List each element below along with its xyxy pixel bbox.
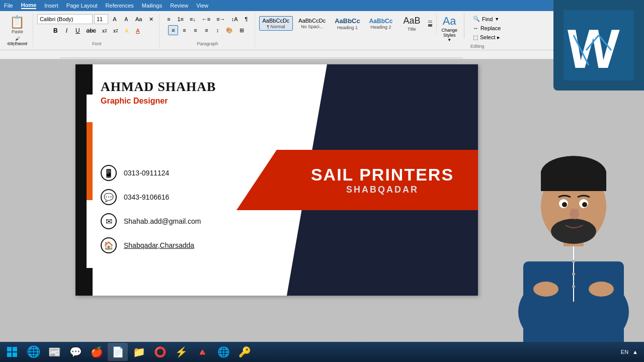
italic-button[interactable]: I (61, 26, 71, 36)
style-title[interactable]: AaB Title (398, 14, 425, 33)
text-highlight-button[interactable]: A (122, 26, 132, 36)
company-city: SHABQADAR (311, 185, 454, 195)
line-spacing-button[interactable]: ↕ (212, 25, 222, 35)
language-indicator[interactable]: EN (621, 349, 628, 355)
address-icon: 🏠 (101, 237, 117, 253)
align-right-button[interactable]: ≡ (190, 25, 200, 35)
font-selector-row: A A Aa ✕ (37, 14, 156, 24)
change-styles-button[interactable]: Aa ChangeStyles ▼ (438, 13, 461, 43)
style-heading1[interactable]: AaBbCc Heading 1 (331, 16, 364, 32)
svg-text:W: W (565, 18, 620, 79)
tab-page-layout[interactable]: Page Layout (66, 3, 98, 9)
font-grow-button[interactable]: A (110, 14, 120, 24)
superscript-button[interactable]: x2 (111, 26, 121, 36)
decrease-indent-button[interactable]: ←≡ (199, 14, 213, 24)
chrome-button[interactable]: 🌐 (23, 343, 43, 361)
svg-rect-0 (60, 51, 463, 58)
styles-more-button[interactable] (427, 20, 433, 28)
ruler-svg: /* ruler ticks done in SVG below */ (60, 51, 463, 58)
person-name: AHMAD SHAHAB (101, 79, 292, 95)
multilevel-list-button[interactable]: ≡↓ (187, 14, 198, 24)
show-formatting-button[interactable]: ¶ (242, 14, 252, 24)
chrome2-button[interactable]: 🌐 (213, 343, 233, 361)
tab-view[interactable]: View (196, 3, 208, 9)
paste-button[interactable]: 📋 Paste (10, 15, 25, 34)
align-row: ≡ ≡ ≡ ≡ ↕ 🎨 ⊞ (168, 25, 247, 35)
address-text: Shabqadar,Charsadda (124, 241, 194, 249)
font-shrink-button[interactable]: A (121, 14, 131, 24)
style-heading1-preview: AaBbCc (335, 17, 360, 25)
justify-button[interactable]: ≡ (201, 25, 211, 35)
align-left-button[interactable]: ≡ (168, 25, 178, 35)
style-normal-preview: AaBbCcDc (263, 18, 290, 24)
whatsapp-button[interactable]: 💬 (65, 343, 86, 361)
svg-rect-24 (7, 347, 12, 351)
phone1-item: 📱 0313-0911124 (101, 165, 292, 181)
numbering-button[interactable]: 1≡ (175, 14, 186, 24)
tab-mailings[interactable]: Mailings (142, 3, 162, 9)
select-button[interactable]: ⬚ Select ▸ (470, 33, 503, 42)
tab-file[interactable]: File (4, 3, 13, 9)
ribbon: File Home Insert Page Layout References … (0, 0, 553, 50)
style-normal[interactable]: AaBbCcDc ¶ Normal (259, 16, 293, 31)
explorer-button[interactable]: 📁 (129, 343, 149, 361)
word-taskbar-button[interactable]: 📄 (108, 343, 128, 361)
svg-rect-25 (13, 347, 17, 351)
clipboard-group: 📋 Paste 🖌 mat Painter Clipboard (2, 13, 33, 47)
underline-button[interactable]: U (72, 26, 83, 36)
paragraph-group-label: Paragraph (197, 41, 218, 46)
tab-references[interactable]: References (106, 3, 134, 9)
clipboard-label: Clipboard (8, 41, 27, 46)
style-no-spacing[interactable]: AaBbCcDc No Spaci... (295, 16, 329, 31)
arrow-button[interactable]: 🔺 (192, 343, 212, 361)
style-title-label: Title (408, 27, 416, 32)
phone2-text: 0343-9106616 (124, 193, 169, 201)
card-orange-bar (87, 122, 93, 200)
clear-format-button[interactable]: ✕ (146, 14, 156, 24)
bold-button[interactable]: B (50, 26, 60, 36)
increase-indent-button[interactable]: ≡→ (214, 14, 227, 24)
font-group: A A Aa ✕ B I U abc x2 x2 A A Font (34, 13, 159, 47)
topaz-button[interactable]: ⚡ (171, 343, 191, 361)
security-button[interactable]: 🔑 (234, 343, 255, 361)
font-name-input[interactable] (37, 14, 93, 24)
svg-rect-27 (13, 352, 17, 357)
borders-button[interactable]: ⊞ (236, 25, 247, 35)
word-logo: W (553, 0, 644, 90)
paste-icon: 📋 (10, 15, 25, 29)
card-banner-content: SAIL PRINTERS SHABQADAR (311, 165, 454, 195)
company-name: SAIL PRINTERS (311, 165, 454, 185)
mango-button[interactable]: 🍎 (87, 343, 107, 361)
document-area: SAIL PRINTERS SHABQADAR AHMAD SHAHAB Gra… (0, 59, 553, 342)
person-svg (508, 101, 639, 342)
paragraph-group: ≡ 1≡ ≡↓ ←≡ ≡→ ↕A ¶ ≡ ≡ ≡ ≡ ↕ 🎨 ⊞ Paragra… (160, 13, 255, 47)
align-center-button[interactable]: ≡ (179, 25, 189, 35)
sort-button[interactable]: ↕A (229, 14, 240, 24)
phone2-icon: 💬 (101, 189, 117, 205)
tab-insert[interactable]: Insert (44, 3, 58, 9)
tab-review[interactable]: Review (170, 3, 188, 9)
subscript-button[interactable]: x2 (100, 26, 110, 36)
shading-button[interactable]: 🎨 (223, 25, 235, 35)
bullets-button[interactable]: ≡ (164, 14, 174, 24)
editing-group-label: Editing (470, 44, 485, 49)
change-case-button[interactable]: Aa (133, 14, 144, 24)
person-title: Graphic Designer (101, 97, 292, 106)
svg-point-22 (562, 202, 567, 207)
opera-button[interactable]: ⭕ (150, 343, 170, 361)
font-size-input[interactable] (94, 14, 108, 24)
strikethrough-button[interactable]: abc (84, 26, 98, 36)
notification-arrow[interactable]: ▲ (632, 349, 638, 355)
find-button[interactable]: 🔍 Find ▼ (470, 14, 503, 24)
find-label: Find (482, 16, 493, 22)
find-arrow: ▼ (495, 17, 499, 22)
phone1-text: 0313-0911124 (124, 169, 169, 177)
phone2-item: 💬 0343-9106616 (101, 189, 292, 205)
tab-home[interactable]: Home (21, 2, 37, 9)
replace-button[interactable]: ↔ Replace (470, 24, 503, 33)
change-styles-arrow: ▼ (447, 38, 451, 42)
font-color-button[interactable]: A (133, 26, 143, 36)
inpage-button[interactable]: 📰 (44, 343, 64, 361)
style-heading2[interactable]: AaBbCc Heading 2 (366, 16, 396, 31)
start-button[interactable] (2, 343, 22, 361)
